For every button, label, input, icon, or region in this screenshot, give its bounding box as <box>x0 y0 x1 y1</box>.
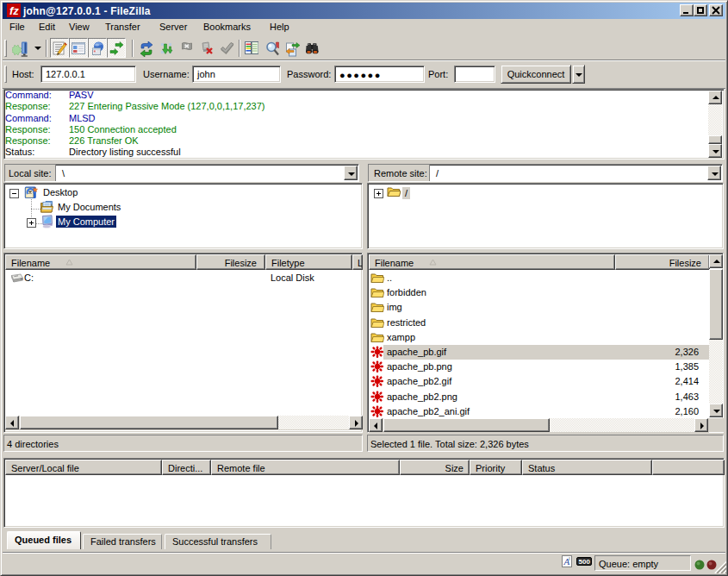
svg-text:fz: fz <box>9 4 19 17</box>
svg-text:500: 500 <box>579 558 591 566</box>
